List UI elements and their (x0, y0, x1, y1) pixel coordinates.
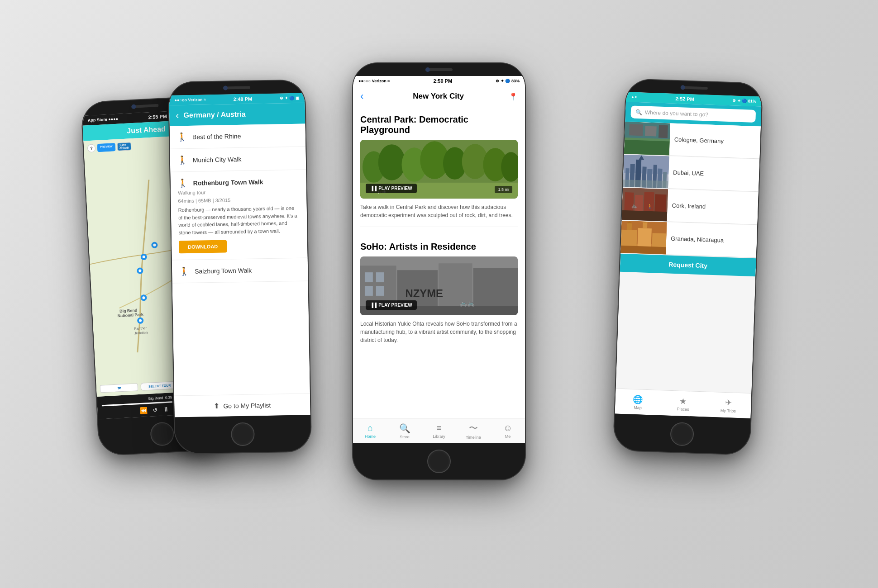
play-icon-2: ▐▐ (370, 303, 377, 308)
tab-store[interactable]: 🔍 Store (387, 418, 422, 443)
phone-2-notch (169, 80, 305, 95)
germany-svg (624, 122, 670, 156)
germany-info: Cologne, Germany (669, 123, 761, 158)
phone-3-status-bar: ●●○○○ Verizon ≈ 2:50 PM ⊛ ✦ 🔵 83% (353, 76, 525, 86)
tab-home[interactable]: ⌂ Home (353, 418, 387, 443)
central-park-play-badge[interactable]: ▐▐ PLAY PREVIEW (366, 184, 417, 193)
library-tab-label: Library (433, 434, 445, 439)
phone-1-home-button[interactable] (150, 422, 175, 446)
download-button[interactable]: DOWNLOAD (179, 240, 227, 253)
phone-1-time: 2:55 PM (148, 114, 167, 120)
list-header-title: Germany / Austria (183, 110, 246, 119)
svg-text:🚲🚲: 🚲🚲 (459, 299, 475, 307)
central-park-title: Central Park: Democratic Playground (360, 114, 518, 135)
soho-title: SoHo: Artists in Residence (360, 242, 518, 252)
footer-btn-text: Go to My Playlist (223, 401, 271, 409)
just-ahead-btn[interactable]: JUSTAHEAD (117, 142, 131, 151)
map-tab-icon: 🌐 (633, 394, 643, 404)
tab-library[interactable]: ≡ Library (422, 418, 456, 443)
list-item-rhine[interactable]: 🚶 Best of the Rhine (170, 123, 306, 149)
walk-icon-4: 🚶 (179, 266, 189, 276)
play-label: PLAY PREVIEW (378, 186, 412, 191)
places-tab-map[interactable]: 🌐 Map (615, 389, 661, 415)
preview-btn[interactable]: PREVIEW (97, 143, 116, 152)
phone-3-carrier: ●●○○○ Verizon ≈ (358, 79, 390, 83)
playbar-label: Big Bend 0:35 (148, 395, 172, 401)
place-item-uae[interactable]: Dubai, UAE (623, 155, 759, 192)
phone-list: ●●○oo Verizon ≈ 2:48 PM ⊛ ✦ 🔵 ▣ ‹ German… (169, 80, 311, 453)
soho-play-badge[interactable]: ▐▐ PLAY PREVIEW (366, 300, 417, 310)
play-label-2: PLAY PREVIEW (378, 303, 412, 308)
map-header-title: Just Ahead (127, 125, 166, 135)
nicaragua-image (620, 221, 667, 254)
svg-rect-32 (365, 286, 373, 296)
library-tab-icon: ≡ (436, 423, 442, 433)
nicaragua-name: Granada, Nicaragua (671, 235, 752, 245)
list-item-rothenburg-meta: 64mins | 65MB | 3/2015 (178, 196, 299, 204)
home-tab-label: Home (365, 434, 376, 439)
central-park-image: path ▐▐ PLAY PREVIEW 1.5 mi (360, 140, 518, 199)
svg-rect-59 (644, 192, 654, 214)
germany-image (624, 122, 670, 155)
list-item-rothenburg-subtitle: Walking tour (178, 188, 299, 196)
phone-2-screen: ●●○oo Verizon ≈ 2:48 PM ⊛ ✦ 🔵 ▣ ‹ German… (169, 93, 310, 417)
places-list[interactable]: Cologne, Germany (616, 122, 761, 393)
nyc-back-button[interactable]: ‹ (360, 90, 363, 102)
phone-4-home-button[interactable] (670, 422, 694, 446)
germany-name: Cologne, Germany (674, 136, 756, 146)
places-tab-mytrips[interactable]: ✈ My Trips (705, 392, 751, 418)
me-tab-label: Me (505, 434, 511, 439)
search-bar[interactable]: 🔍 Where do you want to go? (630, 105, 756, 123)
places-tab-icon: ★ (679, 396, 687, 406)
uae-image (623, 155, 669, 188)
soho-image: NZYME 🚲🚲 ▐▐ PLAY PREVIEW (360, 256, 518, 315)
share-icon: ⬆ (214, 402, 220, 410)
list-item-rhine-label: Best of the Rhine (192, 133, 241, 141)
replay-btn[interactable]: ↺ (153, 407, 157, 413)
nyc-content[interactable]: Central Park: Democratic Playground (353, 107, 525, 418)
phone-2-camera (223, 85, 228, 90)
list-item-rothenburg[interactable]: 🚶 Rothenburg Town Walk Walking tour 64mi… (170, 170, 307, 260)
phone-2-battery: ⊛ ✦ 🔵 ▣ (280, 96, 300, 101)
tab-timeline[interactable]: 〜 Timeline (456, 418, 491, 443)
svg-rect-60 (654, 194, 666, 214)
nyc-section-central-park: Central Park: Democratic Playground (353, 107, 525, 199)
rewind-btn[interactable]: ⏪ (139, 407, 148, 414)
list-item-munich[interactable]: 🚶 Munich City Walk (170, 147, 306, 172)
svg-rect-40 (645, 126, 657, 137)
svg-text:Junction: Junction (134, 331, 148, 336)
phone-3-home-bar (353, 443, 525, 479)
nyc-title: New York City (368, 92, 509, 101)
pause-btn[interactable]: ⏸ (162, 406, 169, 413)
phone-4-screen: ● ≈ 2:52 PM ⊛ ✦ 🔵 81% 🔍 Where do you wan… (615, 92, 762, 418)
soho-desc: Local Historian Yukie Ohta reveals how S… (353, 320, 525, 344)
svg-rect-42 (624, 140, 670, 156)
ireland-svg: 🚲 🚶 (622, 188, 668, 222)
phone-2-home-bar (175, 415, 311, 453)
svg-rect-61 (622, 210, 668, 222)
list-item-salzburg[interactable]: 🚶 Salzburg Town Walk (172, 258, 308, 283)
list-footer[interactable]: ⬆ Go to My Playlist (174, 393, 310, 417)
svg-rect-73 (620, 246, 666, 255)
place-item-ireland[interactable]: 🚲 🚶 Cork, Ireland (622, 188, 759, 225)
uae-name: Dubai, UAE (673, 169, 754, 179)
places-tab-bar: 🌐 Map ★ Places ✈ My Trips (615, 389, 752, 418)
help-btn[interactable]: ? (87, 144, 96, 152)
phone-2-home-button[interactable] (231, 422, 255, 446)
walk-icon-3: 🚶 (178, 178, 188, 188)
place-item-germany[interactable]: Cologne, Germany (624, 122, 761, 159)
svg-text:🚲: 🚲 (631, 203, 637, 209)
search-icon: 🔍 (635, 109, 642, 116)
phone-3-home-button[interactable] (427, 450, 451, 473)
tab-me[interactable]: ☺ Me (491, 418, 525, 443)
place-item-nicaragua[interactable]: Granada, Nicaragua (620, 221, 757, 258)
mytrips-tab-label: My Trips (721, 408, 736, 413)
back-arrow[interactable]: ‹ (176, 109, 179, 121)
phone-3-battery: ⊛ ✦ 🔵 83% (496, 79, 520, 83)
nyc-section-soho: SoHo: Artists in Residence (353, 234, 525, 315)
list-item-munich-label: Munich City Walk (193, 156, 242, 164)
phone-2-time: 2:48 PM (233, 96, 252, 102)
divider-1 (360, 227, 518, 227)
store-tab-label: Store (400, 435, 410, 439)
places-tab-places[interactable]: ★ Places (660, 390, 706, 417)
